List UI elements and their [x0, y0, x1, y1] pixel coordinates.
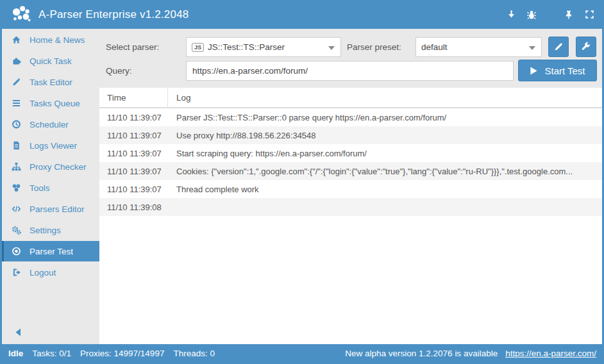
status-bar: Idle Tasks: 0/1 Proxies: 14997/14997 Thr…: [0, 344, 604, 364]
js-badge-icon: JS: [192, 43, 204, 52]
sidebar-item-home-news[interactable]: Home & News: [2, 29, 99, 50]
chevron-down-icon: [328, 46, 335, 50]
log-row-time: 11/10 11:39:07: [99, 167, 168, 176]
target-icon: [11, 246, 22, 256]
bug-icon[interactable]: [526, 9, 537, 21]
sidebar-item-task-editor[interactable]: Task Editor: [2, 72, 99, 92]
puzzle-icon: [11, 56, 22, 66]
sitemap-icon: [11, 161, 22, 172]
log-row-message: Thread complete work: [168, 185, 602, 194]
parser-preset-label: Parser preset:: [347, 42, 401, 52]
sidebar-item-logout[interactable]: Logout: [2, 262, 99, 283]
logout-icon: [11, 267, 22, 277]
spheres-icon: [11, 183, 22, 193]
column-header-time[interactable]: Time: [99, 88, 168, 107]
log-row[interactable]: 11/10 11:39:07Thread complete work: [99, 180, 602, 198]
sidebar-item-parser-test[interactable]: Parser Test: [2, 241, 99, 261]
log-grid-header: Time Log: [99, 88, 602, 108]
clock-icon: [11, 119, 22, 129]
log-row-message: Cookies: {"version":1,".google.com":{"/"…: [168, 167, 602, 176]
parser-select[interactable]: JS JS::Test::TS::Parser: [186, 37, 341, 57]
log-row-time: 11/10 11:39:08: [99, 203, 168, 212]
sidebar-item-tools[interactable]: Tools: [2, 178, 99, 198]
code-icon: [11, 204, 22, 214]
log-row-time: 11/10 11:39:07: [99, 113, 168, 122]
log-row-time: 11/10 11:39:07: [99, 185, 168, 194]
main-panel: Select parser: JS JS::Test::TS::Parser P…: [99, 29, 602, 344]
column-header-log[interactable]: Log: [168, 88, 602, 107]
query-label: Query:: [106, 66, 132, 76]
query-input[interactable]: [186, 61, 514, 81]
app-window: A-Parser Enterprise v1.2.2048: [0, 0, 604, 364]
document-icon: [11, 140, 22, 151]
parser-select-value: JS::Test::TS::Parser: [208, 42, 285, 52]
log-row-message: Parser JS::Test::TS::Parser::0 parse que…: [168, 113, 602, 122]
log-row-time: 11/10 11:39:07: [99, 149, 168, 158]
update-notice: New alpha version 1.2.2076 is available: [345, 349, 498, 358]
start-test-button[interactable]: Start Test: [518, 60, 597, 81]
play-icon: [530, 67, 538, 75]
log-row[interactable]: 11/10 11:39:08: [99, 198, 602, 216]
pin-icon[interactable]: [563, 9, 575, 21]
sidebar-item-settings[interactable]: Settings: [2, 220, 99, 240]
status-threads: Threads: 0: [173, 349, 215, 358]
preset-select-value: default: [421, 42, 448, 52]
sidebar-item-parsers-editor[interactable]: Parsers Editor: [2, 199, 99, 219]
update-link[interactable]: https://en.a-parser.com/: [505, 349, 596, 358]
home-icon: [11, 35, 22, 45]
sidebar-item-quick-task[interactable]: Quick Task: [2, 51, 99, 71]
pencil-icon: [553, 42, 564, 52]
titlebar: A-Parser Enterprise v1.2.2048: [0, 0, 604, 29]
expand-icon[interactable]: [583, 9, 595, 21]
parser-test-form: Select parser: JS JS::Test::TS::Parser P…: [99, 29, 602, 88]
log-row-message: Start scraping query: https://en.a-parse…: [168, 149, 602, 158]
log-table-body: 11/10 11:39:07Parser JS::Test::TS::Parse…: [99, 108, 602, 216]
log-row[interactable]: 11/10 11:39:07Use proxy http://88.198.56…: [99, 126, 602, 144]
app-title: A-Parser Enterprise v1.2.2048: [38, 8, 189, 21]
log-grid: Time Log 11/10 11:39:07Parser JS::Test::…: [99, 88, 602, 344]
status-state: Idle: [8, 349, 23, 358]
chevron-down-icon: [529, 46, 535, 50]
sidebar-item-proxy-checker[interactable]: Proxy Checker: [2, 156, 99, 177]
pencil-icon: [11, 77, 22, 87]
log-row[interactable]: 11/10 11:39:07Cookies: {"version":1,".go…: [99, 162, 602, 180]
status-tasks: Tasks: 0/1: [32, 349, 71, 358]
preset-select[interactable]: default: [415, 37, 542, 57]
sidebar: Home & News Quick Task Task Editor Tasks…: [2, 29, 99, 344]
log-row-message: Use proxy http://88.198.56.226:34548: [168, 131, 602, 140]
log-row[interactable]: 11/10 11:39:07Parser JS::Test::TS::Parse…: [99, 108, 602, 126]
log-row[interactable]: 11/10 11:39:07Start scraping query: http…: [99, 144, 602, 162]
parser-settings-button[interactable]: [576, 37, 596, 57]
sidebar-item-logs-viewer[interactable]: Logs Viewer: [2, 135, 99, 156]
list-icon: [11, 98, 22, 108]
log-row-time: 11/10 11:39:07: [99, 131, 168, 140]
edit-preset-button[interactable]: [548, 37, 569, 57]
sidebar-collapse-button[interactable]: [15, 328, 22, 336]
download-icon[interactable]: [505, 9, 517, 21]
gears-icon: [11, 225, 22, 235]
select-parser-label: Select parser:: [106, 42, 159, 52]
sidebar-item-scheduler[interactable]: Scheduler: [2, 114, 99, 135]
sidebar-item-tasks-queue[interactable]: Tasks Queue: [2, 93, 99, 113]
app-logo-icon: [9, 3, 33, 27]
status-proxies: Proxies: 14997/14997: [80, 349, 164, 358]
wrench-icon: [581, 42, 591, 52]
